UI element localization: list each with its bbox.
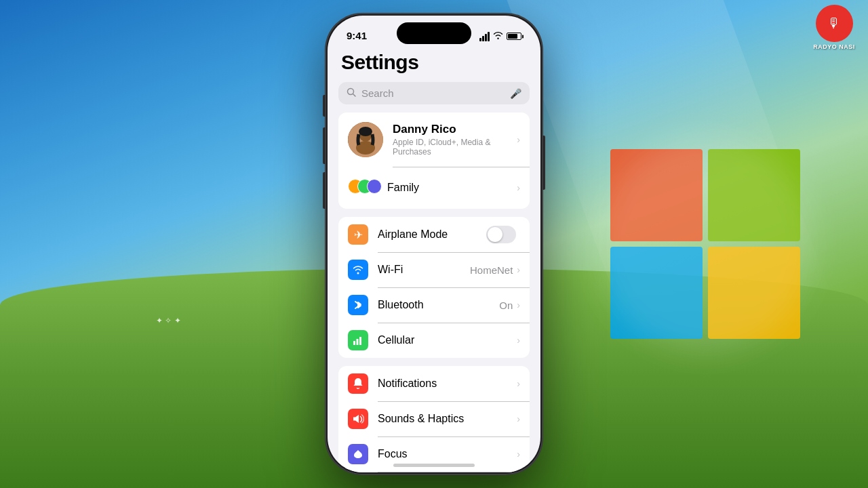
radio-text: RADYO NASI	[813, 43, 855, 50]
alerts-group: Notifications ›	[338, 366, 530, 472]
birds-decoration: ✦ ✧ ✦	[156, 316, 181, 325]
screen-content[interactable]: Settings Search 🎤	[328, 45, 540, 472]
bluetooth-item[interactable]: Bluetooth On ›	[338, 287, 530, 323]
focus-icon	[348, 444, 368, 464]
sounds-item[interactable]: Sounds & Haptics ›	[338, 401, 530, 436]
battery-icon	[507, 33, 521, 40]
windows-logo	[610, 149, 800, 339]
cellular-chevron: ›	[517, 335, 520, 346]
iphone-screen: 9:41	[328, 16, 540, 472]
cellular-icon	[348, 330, 368, 350]
airplane-mode-icon: ✈	[348, 224, 368, 245]
power-button[interactable]	[542, 136, 545, 190]
svg-point-5	[359, 127, 372, 136]
wifi-item[interactable]: Wi-Fi HomeNet ›	[338, 252, 530, 287]
alerts-section: Notifications ›	[338, 366, 530, 472]
cellular-label: Cellular	[378, 334, 517, 346]
bluetooth-value: On	[499, 300, 513, 311]
bluetooth-icon	[348, 295, 368, 315]
search-input-placeholder[interactable]: Search	[361, 87, 505, 99]
radio-logo: 🎙 RADYO NASI	[804, 3, 865, 51]
profile-group: Danny Rico Apple ID, iCloud+, Media & Pu…	[338, 113, 530, 209]
family-avatars	[348, 176, 378, 199]
sounds-chevron: ›	[517, 413, 520, 424]
search-bar[interactable]: Search 🎤	[338, 82, 530, 104]
home-indicator[interactable]	[393, 464, 475, 467]
profile-name: Danny Rico	[393, 123, 517, 136]
status-time: 9:41	[347, 30, 367, 41]
family-label: Family	[387, 182, 517, 194]
volume-up-button[interactable]	[323, 127, 326, 164]
wifi-chevron: ›	[517, 264, 520, 275]
mute-button[interactable]	[323, 95, 326, 117]
profile-chevron: ›	[517, 134, 520, 145]
profile-item[interactable]: Danny Rico Apple ID, iCloud+, Media & Pu…	[338, 113, 530, 167]
family-chevron: ›	[517, 182, 520, 193]
avatar	[348, 122, 383, 157]
svg-rect-6	[353, 341, 355, 345]
bluetooth-label: Bluetooth	[378, 299, 499, 311]
connectivity-section: ✈ Airplane Mode	[338, 217, 530, 358]
sounds-icon	[348, 409, 368, 429]
bluetooth-chevron: ›	[517, 300, 520, 310]
notifications-label: Notifications	[378, 378, 517, 390]
focus-chevron: ›	[517, 449, 520, 460]
sounds-label: Sounds & Haptics	[378, 413, 517, 425]
profile-info: Danny Rico Apple ID, iCloud+, Media & Pu…	[393, 123, 517, 157]
microphone-icon[interactable]: 🎤	[510, 88, 521, 99]
focus-label: Focus	[378, 448, 517, 460]
search-icon	[347, 87, 356, 99]
notifications-item[interactable]: Notifications ›	[338, 366, 530, 401]
airplane-mode-toggle[interactable]	[486, 226, 516, 243]
svg-rect-7	[357, 339, 359, 345]
volume-down-button[interactable]	[323, 172, 326, 209]
status-bar: 9:41	[328, 16, 540, 45]
profile-section: Danny Rico Apple ID, iCloud+, Media & Pu…	[338, 113, 530, 209]
connectivity-group: ✈ Airplane Mode	[338, 217, 530, 358]
airplane-mode-label: Airplane Mode	[378, 228, 486, 241]
svg-line-1	[353, 94, 356, 97]
profile-subtitle: Apple ID, iCloud+, Media & Purchases	[393, 138, 517, 157]
notifications-icon	[348, 373, 368, 394]
mic-icon: 🎙	[827, 16, 841, 31]
cellular-item[interactable]: Cellular ›	[338, 323, 530, 358]
iphone-frame: 9:41	[326, 14, 542, 474]
wifi-label: Wi-Fi	[378, 264, 470, 276]
family-item[interactable]: Family ›	[338, 167, 530, 209]
wifi-icon	[348, 260, 368, 280]
page-header: Settings	[328, 45, 540, 77]
iphone-container: 9:41	[326, 14, 542, 474]
svg-rect-8	[359, 337, 361, 345]
screen-time-item[interactable]: Screen Time ›	[338, 472, 530, 472]
airplane-mode-item[interactable]: ✈ Airplane Mode	[338, 217, 530, 252]
search-container[interactable]: Search 🎤	[328, 77, 540, 113]
dynamic-island	[397, 22, 471, 44]
page-title: Settings	[341, 51, 527, 74]
wifi-value: HomeNet	[470, 264, 513, 276]
status-icons	[479, 31, 521, 41]
notifications-chevron: ›	[517, 378, 520, 389]
signal-bars	[479, 32, 490, 41]
wifi-status-icon	[493, 31, 503, 41]
